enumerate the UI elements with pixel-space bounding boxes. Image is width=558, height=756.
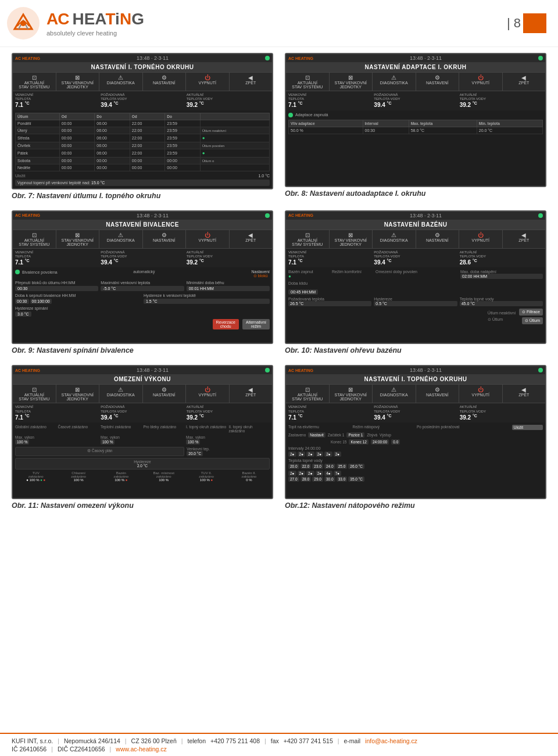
screen9-temp-aktualni: AKTUÁLNÍTEPLOTA VODY 39.2 °C [187, 250, 270, 266]
screen11-nav: ⊡AKTUÁLNÍSTAV SYSTÉMU ⊠STAV VENKOVNÍJEDN… [13, 384, 272, 403]
logo-text: AC HEATiNG absolutely clever heating [46, 10, 144, 37]
screen7-nav: ⊡AKTUÁLNÍSTAV SYSTÉMU ⊠STAV VENKOVNÍJEDN… [13, 72, 272, 91]
screen9-nav-status[interactable]: ⊡AKTUÁLNÍSTAV SYSTÉMU [13, 230, 56, 248]
footer-dic: DIČ CZ26410656 [58, 746, 105, 753]
screen11-nav-back[interactable]: ◀ZPĚT [230, 385, 273, 403]
screen8-temp-venkovni: VENKOVNÍTEPLOTA 7.1 °C [288, 93, 371, 109]
screen10-nav-status[interactable]: ⊡AKTUÁLNÍSTAV SYSTÉMU [286, 230, 330, 248]
screen9-nav-diag[interactable]: ⚠DIAGNOSTIKA [99, 230, 143, 248]
screen12-nav-off[interactable]: ⏻VYPNUTÍ [459, 385, 503, 403]
device-screen-9: AC HEATiNG 13:48 · 2·3·11 NASTAVENÍ BIVA… [12, 210, 273, 345]
screen12-temp-venkovni: VENKOVNÍTEPLOTA 7.1 °C [288, 405, 371, 421]
screen10-logo: AC HEATiNG [288, 213, 313, 217]
screen10-nav-unit[interactable]: ⊠STAV VENKOVNÍJEDNOTKY [330, 230, 373, 248]
footer-fax-label: fax [271, 737, 279, 744]
screen10-time: 13:48 · 2·3·11 [410, 213, 442, 218]
screen7-logo: AC HEATiNG [15, 56, 40, 60]
screen10-nav-off[interactable]: ⏻VYPNUTÍ [459, 230, 503, 248]
screen11-header: AC HEATiNG 13:48 · 2·3·11 [13, 366, 272, 374]
screen8-nav-set[interactable]: ⚙NASTAVENÍ [416, 73, 460, 91]
screen9-nav-unit[interactable]: ⊠STAV VENKOVNÍJEDNOTKY [56, 230, 100, 248]
screen7-temps: VENKOVNÍTEPLOTA 7.1 °C POŽADOVANÁTEPLOTA… [13, 91, 272, 110]
footer-line1: KUFI INT, s.r.o. | Nepomucká 246/114 | C… [12, 737, 546, 744]
footer-address: Nepomucká 246/114 [64, 737, 120, 744]
nav-btn-back[interactable]: ◀ZPĚT [230, 73, 273, 91]
nav-btn-diag[interactable]: ⚠DIAGNOSTIKA [99, 73, 143, 91]
screen8-adaptace-label: Adaptace zapnutá [295, 113, 543, 117]
screen12-title: NASTAVENÍ I. TOPNÉHO OKRUHU [286, 374, 545, 384]
screen9-dot [265, 213, 270, 218]
screen10-temp-pozadovana: POŽADOVANÁTEPLOTA VODY 39.4 °C [374, 250, 457, 266]
screen9-nav-set[interactable]: ⚙NASTAVENÍ [143, 230, 187, 248]
screen10-nav-set[interactable]: ⚙NASTAVENÍ [416, 230, 460, 248]
screen10-temps: VENKOVNÍTEPLOTA 7.1 °C POŽADOVANÁTEPLOTA… [286, 249, 545, 268]
screen11-nav-set[interactable]: ⚙NASTAVENÍ [143, 385, 187, 403]
screen9-logo: AC HEATiNG [15, 213, 40, 217]
footer-city: CZ 326 00 Plzeň [131, 737, 177, 744]
screenshot-col-12: AC HEATiNG 13:48 · 2·3·11 NASTAVENÍ I. T… [285, 365, 546, 517]
screen12-nav-diag[interactable]: ⚠DIAGNOSTIKA [373, 385, 416, 403]
screen9-bivalence-row1: Bivalence povolena automatický Nastavení… [15, 270, 270, 278]
screenshot-row-1: AC HEATiNG 13:48 · 2·3·11 NASTAVENÍ I. T… [12, 53, 546, 207]
screen7-body: ÚtlumOdDoOdDo Pondělí00:0006:0022:0023:5… [13, 110, 272, 188]
screen10-body: Bazén zapnut ● Režim komfortní Omezení d… [286, 267, 545, 343]
device-screen-12: AC HEATiNG 13:48 · 2·3·11 NASTAVENÍ I. T… [285, 365, 546, 499]
screen9-time: 13:48 · 2·3·11 [137, 213, 169, 218]
footer-web: www.ac-heating.cz [116, 746, 167, 753]
screen9-nav-off[interactable]: ⏻VYPNUTÍ [186, 230, 230, 248]
screen12-nav-back[interactable]: ◀ZPĚT [503, 385, 546, 403]
screen10-nav: ⊡AKTUÁLNÍSTAV SYSTÉMU ⊠STAV VENKOVNÍJEDN… [286, 230, 545, 249]
screen8-nav-status[interactable]: ⊡AKTUÁLNÍSTAV SYSTÉMU [286, 73, 330, 91]
screen12-logo: AC HEATiNG [288, 368, 313, 372]
screen8-logo: AC HEATiNG [288, 56, 313, 60]
screenshot-row-3: AC HEATiNG 13:48 · 2·3·11 OMEZENÍ VÝKONU… [12, 365, 546, 517]
screen9-nav-back[interactable]: ◀ZPĚT [230, 230, 273, 248]
screen8-caption: Obr. 8: Nastavení autoadaptace I. okruhu [285, 189, 546, 198]
footer-line2: IČ 26410656 | DIČ CZ26410656 | www.ac-he… [12, 746, 546, 753]
temp-pozadovana: POŽADOVANÁTEPLOTA VODY 39.4 °C [101, 93, 184, 109]
screen7-header: AC HEATiNG 13:48 · 2·3·11 [13, 54, 272, 62]
screen12-nav-set[interactable]: ⚙NASTAVENÍ [416, 385, 460, 403]
screen10-temp-venkovni: VENKOVNÍTEPLOTA 7.1 °C [288, 250, 371, 266]
screen9-title: NASTAVENÍ BIVALENCE [13, 220, 272, 230]
screen11-nav-diag[interactable]: ⚠DIAGNOSTIKA [99, 385, 143, 403]
logo: AC HEATiNG absolutely clever heating [6, 6, 144, 41]
nav-btn-set[interactable]: ⚙NASTAVENÍ [143, 73, 187, 91]
screen7-table: ÚtlumOdDoOdDo Pondělí00:0006:0022:0023:5… [15, 113, 270, 171]
screen12-nav-status[interactable]: ⊡AKTUÁLNÍSTAV SYSTÉMU [286, 385, 330, 403]
screen11-nav-off[interactable]: ⏻VYPNUTÍ [186, 385, 230, 403]
screen10-nav-back[interactable]: ◀ZPĚT [503, 230, 546, 248]
page-number: | 8 [507, 13, 546, 33]
screen8-nav-back[interactable]: ◀ZPĚT [503, 73, 546, 91]
screen11-nav-status[interactable]: ⊡AKTUÁLNÍSTAV SYSTÉMU [13, 385, 56, 403]
nav-btn-off[interactable]: ⏻VYPNUTÍ [186, 73, 230, 91]
screen12-nav: ⊡AKTUÁLNÍSTAV SYSTÉMU ⊠STAV VENKOVNÍJEDN… [286, 384, 545, 403]
screen8-nav-diag[interactable]: ⚠DIAGNOSTIKA [373, 73, 416, 91]
nav-btn-status[interactable]: ⊡AKTUÁLNÍSTAV SYSTÉMU [13, 73, 56, 91]
screen10-temp-aktualni: AKTUÁLNÍTEPLOTA VODY 28.6 °C [460, 250, 543, 266]
screen12-header: AC HEATiNG 13:48 · 2·3·11 [286, 366, 545, 374]
screen11-caption: Obr. 11: Nastavení omezení výkonu [12, 501, 273, 510]
screen8-time: 13:48 · 2·3·11 [410, 55, 442, 61]
screen11-time: 13:48 · 2·3·11 [137, 367, 169, 373]
nav-btn-unit[interactable]: ⊠STAV VENKOVNÍJEDNOTKY [56, 73, 100, 91]
screen7-title: NASTAVENÍ I. TOPNÉHO OKRUHU [13, 62, 272, 72]
page-header: AC HEATiNG absolutely clever heating | 8 [0, 0, 558, 47]
screen7-dot [265, 56, 270, 60]
screen11-nav-unit[interactable]: ⊠STAV VENKOVNÍJEDNOTKY [56, 385, 100, 403]
screen11-body: Globální zakázáno Časové zakázáno Teplot… [13, 422, 272, 498]
screen8-nav-off[interactable]: ⏻VYPNUTÍ [459, 73, 503, 91]
screen12-dot [538, 368, 543, 372]
device-screen-11: AC HEATiNG 13:48 · 2·3·11 OMEZENÍ VÝKONU… [12, 365, 273, 499]
bivalence-dot [15, 270, 20, 274]
screenshot-row-2: AC HEATiNG 13:48 · 2·3·11 NASTAVENÍ BIVA… [12, 210, 546, 362]
screen8-nav-unit[interactable]: ⊠STAV VENKOVNÍJEDNOTKY [330, 73, 373, 91]
screen10-nav-diag[interactable]: ⚠DIAGNOSTIKA [373, 230, 416, 248]
screen8-adaptace-dot [288, 113, 293, 117]
screen12-time: 13:48 · 2·3·11 [410, 367, 442, 373]
screen8-temp-pozadovana: POŽADOVANÁTEPLOTA VODY 39.4 °C [374, 93, 457, 109]
device-screen-10: AC HEATiNG 13:48 · 2·3·11 NASTAVENÍ BAZÉ… [285, 210, 546, 345]
screen9-temps: VENKOVNÍTEPLOTA 7.1 °C POŽADOVANÁTEPLOTA… [13, 249, 272, 268]
screen12-nav-unit[interactable]: ⊠STAV VENKOVNÍJEDNOTKY [330, 385, 373, 403]
screen11-title: OMEZENÍ VÝKONU [13, 374, 272, 384]
